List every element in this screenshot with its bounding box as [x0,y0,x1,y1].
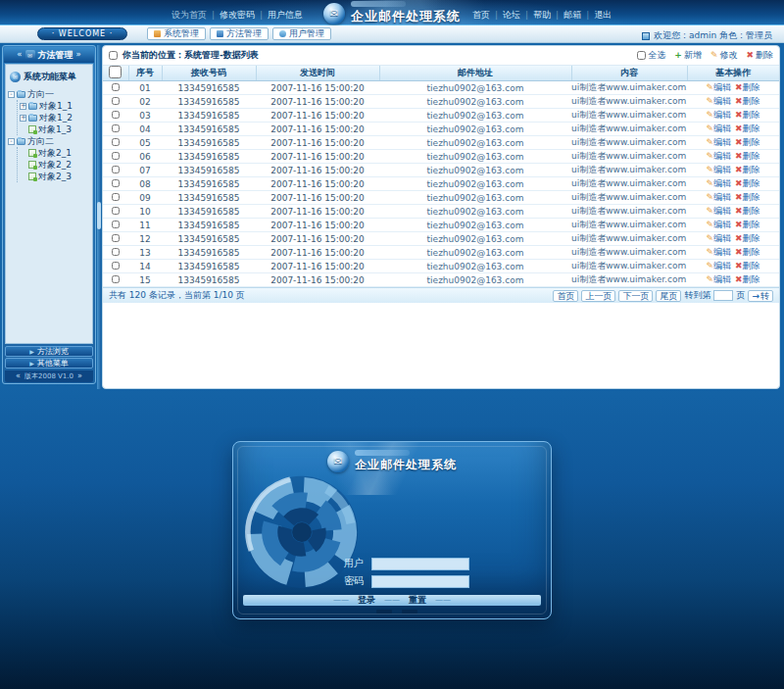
page-button-1[interactable]: 上一页 [581,290,615,302]
delete-link[interactable]: ✖删除 [735,82,760,92]
row-checkbox[interactable] [112,124,120,132]
sidebar-splitter[interactable] [97,45,101,389]
delete-link[interactable]: ✖删除 [735,192,760,202]
delete-link[interactable]: ✖删除 [735,165,760,174]
delete-link[interactable]: ✖删除 [735,110,760,120]
edit-link[interactable]: ✎编辑 [706,137,731,147]
tree-node[interactable]: +对象1_2 [20,112,90,123]
goto-page-input[interactable] [713,290,733,301]
sidebar-bottom-button-1[interactable]: ▶其他菜单 [5,358,93,369]
sidebar-bottom-button-0[interactable]: ▶方法浏览 [5,346,93,357]
module-tab-1[interactable]: 方法管理 [210,27,269,40]
header-right-link-0[interactable]: 首页 [472,10,490,20]
edit-link[interactable]: ✎编辑 [706,165,731,174]
row-checkbox-cell [103,95,128,109]
edit-link[interactable]: ✎编辑 [706,123,731,133]
page-button-0[interactable]: 首页 [553,290,578,302]
welcome-button[interactable]: · WELCOME · [37,27,127,40]
header-right-link-4[interactable]: 退出 [581,10,612,20]
tree-node[interactable]: -方向一 [8,88,90,100]
collapse-left-icon[interactable]: « [17,51,22,59]
delete-link[interactable]: ✖删除 [735,123,760,133]
delete-link[interactable]: ✖删除 [735,233,760,243]
go-button[interactable]: →转 [748,290,773,302]
module-tab-0[interactable]: 系统管理 [147,27,206,40]
row-checkbox[interactable] [112,166,120,173]
tree-node[interactable]: -方向二 [8,135,90,147]
delete-link[interactable]: ✖删除 [735,220,760,229]
edit-link[interactable]: ✎编辑 [706,261,731,271]
page-button-3[interactable]: 尾页 [656,290,681,302]
password-field[interactable] [371,575,469,588]
toolbar-action-1[interactable]: +新增 [674,49,702,62]
edit-link[interactable]: ✎编辑 [706,274,731,284]
tree-root[interactable]: ✉ 系统功能菜单 [10,71,90,83]
edit-link[interactable]: ✎编辑 [706,96,731,106]
edit-link[interactable]: ✎编辑 [706,110,731,120]
expand-icon[interactable]: + [20,115,26,122]
app-logo: ✉ 企业邮件处理系统 [323,1,461,25]
row-checkbox[interactable] [112,83,120,91]
header-left-link-2[interactable]: 用户信息 [255,10,303,20]
edit-link[interactable]: ✎编辑 [706,206,731,216]
row-checkbox[interactable] [112,97,120,105]
tree-node[interactable]: 对象2_1 [20,147,90,159]
toolbar-action-3[interactable]: ✖删除 [746,49,773,62]
delete-link[interactable]: ✖删除 [735,96,760,106]
splitter-handle[interactable] [97,202,101,229]
row-checkbox[interactable] [112,275,120,283]
tree-node-label[interactable]: 对象2_3 [38,171,72,183]
delete-link[interactable]: ✖删除 [735,247,760,257]
edit-link[interactable]: ✎编辑 [706,220,731,229]
collapse-icon[interactable]: - [8,91,15,98]
row-checkbox[interactable] [112,248,120,256]
footer-left-arrow-icon[interactable]: « [16,372,21,380]
toolbar-action-2[interactable]: ✎修改 [710,49,738,62]
reset-button[interactable]: 重置 [404,595,431,606]
username-field[interactable] [371,558,469,570]
edit-link[interactable]: ✎编辑 [706,233,731,243]
delete-link[interactable]: ✖删除 [735,206,760,216]
delete-link[interactable]: ✖删除 [735,178,760,188]
footer-right-arrow-icon[interactable]: » [77,372,82,380]
enterprise-mail-system-page: 设为首页修改密码用户信息 ✉ 企业邮件处理系统 首页论坛帮助邮箱退出 · WEL… [0,0,784,689]
row-checkbox[interactable] [112,138,120,146]
tree-node[interactable]: 对象2_3 [20,171,90,182]
edit-link[interactable]: ✎编辑 [706,178,731,188]
page-button-2[interactable]: 下一页 [618,290,653,302]
header-select-checkbox[interactable] [109,66,122,78]
select-all-checkbox[interactable] [637,51,646,60]
delete-link[interactable]: ✖删除 [735,151,760,161]
row-checkbox[interactable] [112,262,120,270]
edit-link[interactable]: ✎编辑 [706,82,731,92]
module-tab-2[interactable]: 用户管理 [272,27,331,40]
header-right-link-3[interactable]: 邮箱 [551,10,581,20]
delete-link[interactable]: ✖删除 [735,137,760,147]
row-checkbox[interactable] [112,179,120,187]
edit-link[interactable]: ✎编辑 [706,247,731,257]
edit-link[interactable]: ✎编辑 [706,151,731,161]
breadcrumb-checkbox[interactable] [109,51,118,60]
delete-link[interactable]: ✖删除 [735,274,760,284]
header-left-link-1[interactable]: 修改密码 [207,10,255,20]
expand-icon[interactable]: + [20,103,26,110]
envelope-logo-icon: ✉ [323,3,345,25]
edit-link[interactable]: ✎编辑 [706,192,731,202]
tree-node[interactable]: +对象1_1 [20,100,90,112]
row-checkbox[interactable] [112,193,120,201]
row-checkbox[interactable] [112,221,120,228]
tree-node[interactable]: 对象1_3 [20,123,90,135]
header-right-link-1[interactable]: 论坛 [490,10,520,20]
collapse-right-icon[interactable]: » [76,51,81,59]
row-checkbox[interactable] [112,234,120,242]
header-left-link-0[interactable]: 设为首页 [172,10,207,20]
row-checkbox[interactable] [112,207,120,215]
row-checkbox[interactable] [112,152,120,160]
toolbar-action-0[interactable]: 全选 [637,49,665,62]
header-right-link-2[interactable]: 帮助 [520,10,551,20]
collapse-icon[interactable]: - [8,138,15,145]
delete-link[interactable]: ✖删除 [735,261,760,271]
row-checkbox[interactable] [112,111,120,119]
login-button[interactable]: 登录 [353,595,380,606]
tree-node[interactable]: 对象2_2 [20,159,90,171]
